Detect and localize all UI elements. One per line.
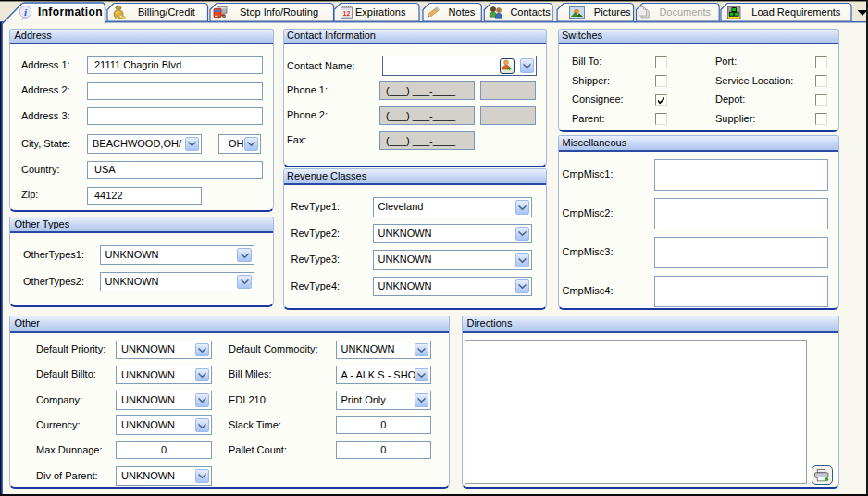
- svg-text:Expirations: Expirations: [355, 6, 406, 18]
- svg-text:Load Requirements: Load Requirements: [751, 6, 841, 18]
- svg-text:Pictures: Pictures: [594, 6, 631, 18]
- svg-text:Notes: Notes: [449, 6, 476, 18]
- svg-text:Information: Information: [38, 6, 103, 19]
- svg-text:12: 12: [343, 10, 351, 17]
- svg-text:Documents: Documents: [659, 6, 711, 18]
- svg-text:Contacts: Contacts: [510, 6, 551, 18]
- svg-text:Billing/Credit: Billing/Credit: [138, 6, 195, 18]
- svg-text:Stop Info/Routing: Stop Info/Routing: [240, 6, 318, 18]
